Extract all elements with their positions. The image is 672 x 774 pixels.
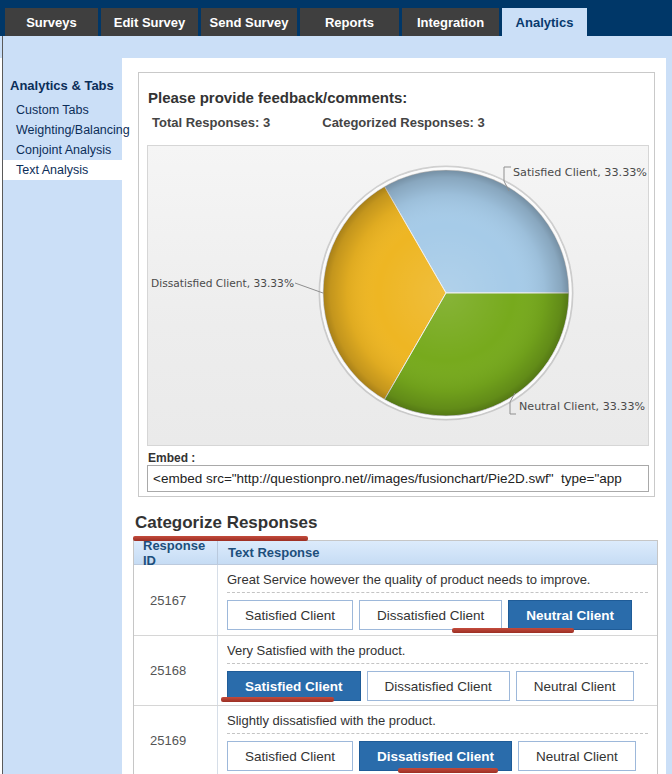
table-row: 25168Very Satisfied with the product.Sat…	[134, 635, 657, 705]
tab-reports[interactable]: Reports	[300, 8, 399, 36]
sidebar-title: Analytics & Tabs	[3, 58, 122, 100]
table-row: 25169Slightly dissatisfied with the prod…	[134, 705, 657, 774]
sidebar-items: Custom TabsWeighting/BalancingConjoint A…	[3, 100, 122, 180]
response-stats: Total Responses: 3 Categorized Responses…	[152, 115, 485, 130]
sidebar-item-conjoint-analysis[interactable]: Conjoint Analysis	[3, 140, 122, 160]
tab-bar: SurveysEdit SurveySend SurveyReportsInte…	[0, 8, 672, 36]
column-header-response-id: Response ID	[134, 541, 218, 564]
dashed-divider	[227, 592, 648, 593]
category-button-satisfied-client[interactable]: Satisfied Client	[227, 600, 353, 630]
svg-text:Neutral Client, 33.33%: Neutral Client, 33.33%	[519, 400, 645, 413]
category-button-neutral-client[interactable]: Neutral Client	[518, 741, 636, 771]
total-responses-stat: Total Responses: 3	[152, 115, 270, 130]
categorized-responses-stat: Categorized Responses: 3	[322, 115, 485, 130]
response-text: Very Satisfied with the product.	[227, 641, 648, 663]
sidebar-item-custom-tabs[interactable]: Custom Tabs	[3, 100, 122, 120]
tab-send-survey[interactable]: Send Survey	[201, 8, 297, 36]
embed-code-input[interactable]	[147, 465, 649, 492]
pie-chart: Satisfied Client, 33.33%Dissatisfied Cli…	[147, 145, 649, 446]
svg-text:Dissatisfied Client, 33.33%: Dissatisfied Client, 33.33%	[151, 277, 294, 290]
category-button-row: Satisfied ClientDissatisfied ClientNeutr…	[227, 600, 648, 630]
total-responses-value: 3	[263, 115, 270, 130]
column-header-text-response: Text Response	[218, 541, 657, 564]
sidebar-item-text-analysis[interactable]: Text Analysis	[3, 160, 122, 180]
feedback-panel: Please provide feedback/comments: Total …	[138, 72, 655, 497]
dashed-divider	[227, 663, 648, 664]
response-text: Slightly dissatisfied with the product.	[227, 711, 648, 733]
page-right-stripe	[666, 36, 672, 774]
svg-text:Satisfied Client, 33.33%: Satisfied Client, 33.33%	[513, 166, 647, 179]
categorized-responses-value: 3	[478, 115, 485, 130]
category-button-dissatisfied-client[interactable]: Dissatisfied Client	[359, 741, 512, 771]
top-navy-bar	[0, 0, 672, 8]
tab-analytics[interactable]: Analytics	[502, 8, 587, 36]
annotation-underline-neutral-client	[452, 628, 574, 633]
feedback-question-title: Please provide feedback/comments:	[148, 89, 407, 106]
tab-substrip	[0, 36, 672, 58]
annotation-underline-dissatisfied-client	[398, 768, 498, 773]
annotation-underline-satisfied-client	[221, 697, 334, 702]
category-button-dissatisfied-client[interactable]: Dissatisfied Client	[359, 600, 502, 630]
table-row: 25167Great Service however the quality o…	[134, 565, 657, 635]
table-header-row: Response ID Text Response	[134, 541, 657, 565]
response-id: 25168	[134, 636, 218, 705]
tab-integration[interactable]: Integration	[402, 8, 499, 36]
category-button-neutral-client[interactable]: Neutral Client	[516, 671, 634, 701]
tab-edit-survey[interactable]: Edit Survey	[101, 8, 198, 36]
response-id: 25167	[134, 565, 218, 635]
text-response-cell: Very Satisfied with the product.Satisfie…	[218, 636, 657, 705]
sidebar-item-weighting-balancing[interactable]: Weighting/Balancing	[3, 120, 122, 140]
categorized-responses-label: Categorized Responses:	[322, 115, 474, 130]
category-button-dissatisfied-client[interactable]: Dissatisfied Client	[367, 671, 510, 701]
text-response-cell: Great Service however the quality of pro…	[218, 565, 657, 635]
tab-surveys[interactable]: Surveys	[5, 8, 98, 36]
response-text: Great Service however the quality of pro…	[227, 570, 648, 592]
category-button-satisfied-client[interactable]: Satisfied Client	[227, 741, 353, 771]
total-responses-label: Total Responses:	[152, 115, 259, 130]
analytics-sidebar: Analytics & Tabs Custom TabsWeighting/Ba…	[3, 58, 122, 774]
categorize-responses-title: Categorize Responses	[135, 513, 317, 533]
text-response-cell: Slightly dissatisfied with the product.S…	[218, 706, 657, 774]
dashed-divider	[227, 733, 648, 734]
categorize-table: Response ID Text Response 25167Great Ser…	[133, 540, 658, 774]
embed-label: Embed :	[148, 451, 195, 465]
table-body: 25167Great Service however the quality o…	[134, 565, 657, 774]
annotation-underline-categorize-title	[133, 536, 308, 541]
category-button-row: Satisfied ClientDissatisfied ClientNeutr…	[227, 741, 648, 771]
response-id: 25169	[134, 706, 218, 774]
category-button-neutral-client[interactable]: Neutral Client	[508, 600, 632, 630]
